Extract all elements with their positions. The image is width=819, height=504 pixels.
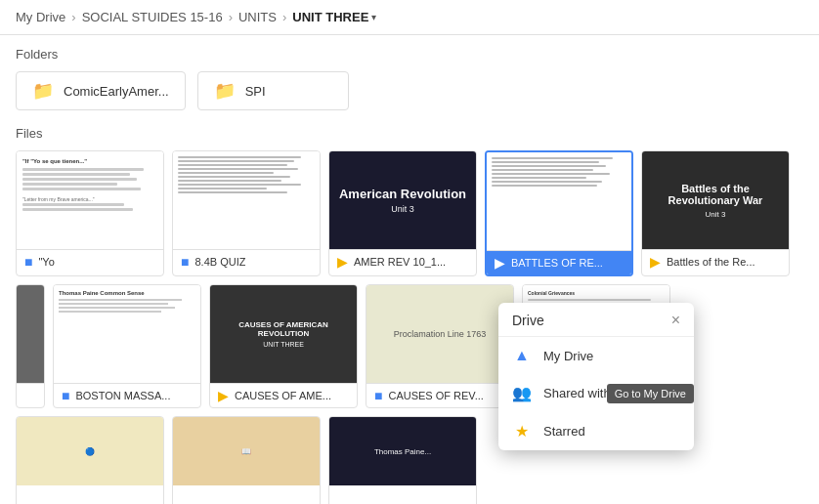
file-thumb-partial	[17, 285, 44, 383]
folder-name-comicearly: ComicEarlyAmer...	[64, 84, 169, 99]
breadcrumb-dropdown-arrow: ▾	[371, 12, 376, 22]
doc-icon-quiz: ■	[181, 254, 189, 270]
my-drive-item-wrapper: ▲ My Drive Go to My Drive	[498, 337, 694, 374]
row3-thumb-3: Thomas Paine...	[374, 447, 431, 456]
file-card-battles-highlighted[interactable]: ▶ BATTLES OF RE...	[485, 150, 633, 276]
breadcrumb: My Drive › SOCIAL STUIDES 15-16 › UNITS …	[0, 0, 819, 35]
file-thumb-yo: "If "Yo se que tienen..." "Letter from m…	[17, 151, 163, 249]
file-footer-partial	[17, 383, 44, 392]
file-name-battles-dark: Battles of the Re...	[667, 256, 755, 268]
row3-thumb-1: 🔵	[85, 447, 95, 456]
doc-icon-causes-rev: ■	[374, 388, 382, 403]
drive-dropdown-header: Drive ×	[498, 303, 694, 337]
files-label: Files	[16, 126, 803, 141]
file-card-row3-1[interactable]: 🔵	[16, 416, 164, 504]
battles-title-line1: Battles of the	[681, 183, 750, 194]
file-footer-boston: ■ BOSTON MASSA...	[54, 383, 200, 407]
file-card-causes-ame[interactable]: CAUSES OF AMERICAN REVOLUTION UNIT THREE…	[209, 284, 358, 408]
main-content: Folders 📁 ComicEarlyAmer... 📁 SPI Files …	[0, 35, 819, 504]
file-name-boston: BOSTON MASSA...	[75, 390, 170, 401]
dropdown-item-mydrive[interactable]: ▲ My Drive	[498, 337, 694, 374]
folder-icon-spi: 📁	[214, 80, 236, 102]
folder-item-spi[interactable]: 📁 SPI	[197, 71, 349, 110]
dropdown-label-starred: Starred	[543, 424, 585, 439]
file-footer-causes-rev: ■ CAUSES OF REV...	[366, 383, 513, 407]
file-name-causes-rev: CAUSES OF REV...	[388, 390, 483, 401]
slides-icon-battles-h: ▶	[495, 255, 505, 271]
breadcrumb-social[interactable]: SOCIAL STUIDES 15-16	[82, 10, 223, 24]
file-footer-battles-dark: ▶ Battles of the Re...	[642, 249, 789, 273]
file-thumb-boston: Thomas Paine Common Sense	[54, 285, 200, 383]
drive-icon: ▲	[512, 347, 532, 364]
file-thumb-causes-rev: Proclamation Line 1763	[366, 285, 513, 383]
dropdown-item-starred[interactable]: ★ Starred	[498, 412, 694, 450]
breadcrumb-mydrive[interactable]: My Drive	[16, 10, 65, 24]
file-thumb-row3-3: Thomas Paine...	[329, 417, 476, 485]
people-icon: 👥	[512, 384, 532, 402]
file-card-causes-rev[interactable]: Proclamation Line 1763 ■ CAUSES OF REV..…	[366, 284, 514, 408]
folder-name-spi: SPI	[245, 84, 266, 99]
folder-item-comicearly[interactable]: 📁 ComicEarlyAmer...	[16, 71, 186, 110]
file-thumb-row3-2: 📖	[173, 417, 320, 485]
file-thumb-quiz	[173, 151, 320, 249]
file-thumb-causes-ame: CAUSES OF AMERICAN REVOLUTION UNIT THREE	[210, 285, 357, 383]
doc-icon-yo: ■	[24, 254, 32, 270]
drive-dropdown-title: Drive	[512, 313, 544, 328]
breadcrumb-current: UNIT THREE	[292, 10, 368, 24]
file-card-amerrev[interactable]: American Revolution Unit 3 ▶ AMER REV 10…	[328, 150, 477, 276]
file-name-amerrev: AMER REV 10_1...	[354, 256, 446, 268]
file-card-quiz[interactable]: ■ 8.4B QUIZ	[172, 150, 321, 276]
folders-label: Folders	[16, 47, 803, 62]
breadcrumb-sep-3: ›	[282, 10, 286, 24]
drive-dropdown: Drive × ▲ My Drive Go to My Drive 👥 Shar…	[498, 303, 694, 450]
file-card-partial[interactable]	[16, 284, 45, 408]
breadcrumb-sep-2: ›	[229, 10, 233, 24]
dropdown-label-mydrive: My Drive	[543, 349, 593, 363]
file-footer-yo: ■ "Yo	[17, 249, 163, 273]
folder-icon-comicearly: 📁	[32, 80, 54, 102]
file-footer-amerrev: ▶ AMER REV 10_1...	[329, 249, 476, 273]
causes-ame-title: CAUSES OF AMERICAN REVOLUTION	[216, 320, 351, 338]
file-card-boston[interactable]: Thomas Paine Common Sense ■ BOSTON MASSA…	[53, 284, 201, 408]
file-card-row3-3[interactable]: Thomas Paine...	[328, 416, 477, 504]
file-name-causes-ame: CAUSES OF AME...	[235, 390, 331, 401]
file-name-yo: "Yo	[38, 256, 54, 268]
file-thumb-battles-h	[487, 152, 631, 250]
drive-dropdown-close[interactable]: ×	[671, 313, 680, 328]
star-icon: ★	[512, 422, 532, 441]
folders-section: Folders 📁 ComicEarlyAmer... 📁 SPI	[16, 47, 803, 110]
breadcrumb-unit-three[interactable]: UNIT THREE ▾	[292, 10, 376, 24]
doc-icon-boston: ■	[62, 388, 69, 403]
file-thumb-row3-1: 🔵	[17, 417, 163, 485]
file-name-quiz: 8.4B QUIZ	[194, 256, 245, 268]
file-thumb-battles-dark: Battles of the Revolutionary War Unit 3	[642, 151, 789, 249]
causes-ame-sub: UNIT THREE	[263, 341, 304, 348]
file-footer-causes-ame: ▶ CAUSES OF AME...	[210, 383, 357, 407]
map-text: Proclamation Line 1763	[394, 329, 487, 339]
breadcrumb-units[interactable]: UNITS	[238, 10, 277, 24]
slides-icon-battles-dark: ▶	[650, 254, 661, 270]
tooltip-mydrive: Go to My Drive	[607, 384, 694, 403]
row3-thumb-2: 📖	[241, 447, 251, 456]
file-thumb-amerrev: American Revolution Unit 3	[329, 151, 476, 249]
slides-icon-causes-ame: ▶	[218, 388, 229, 403]
battles-title-line2: Revolutionary War	[668, 194, 763, 206]
file-footer-battles-h: ▶ BATTLES OF RE...	[487, 250, 631, 274]
file-name-battles-h: BATTLES OF RE...	[511, 257, 603, 269]
file-card-battles-dark[interactable]: Battles of the Revolutionary War Unit 3 …	[641, 150, 790, 276]
file-card-row3-2[interactable]: 📖	[172, 416, 321, 504]
breadcrumb-sep-1: ›	[71, 10, 75, 24]
file-footer-quiz: ■ 8.4B QUIZ	[173, 249, 320, 273]
slides-icon-amerrev: ▶	[337, 254, 348, 270]
amerrev-title: American Revolution	[339, 187, 466, 201]
folders-row: 📁 ComicEarlyAmer... 📁 SPI	[16, 71, 803, 110]
file-card-yo[interactable]: "If "Yo se que tienen..." "Letter from m…	[16, 150, 164, 276]
